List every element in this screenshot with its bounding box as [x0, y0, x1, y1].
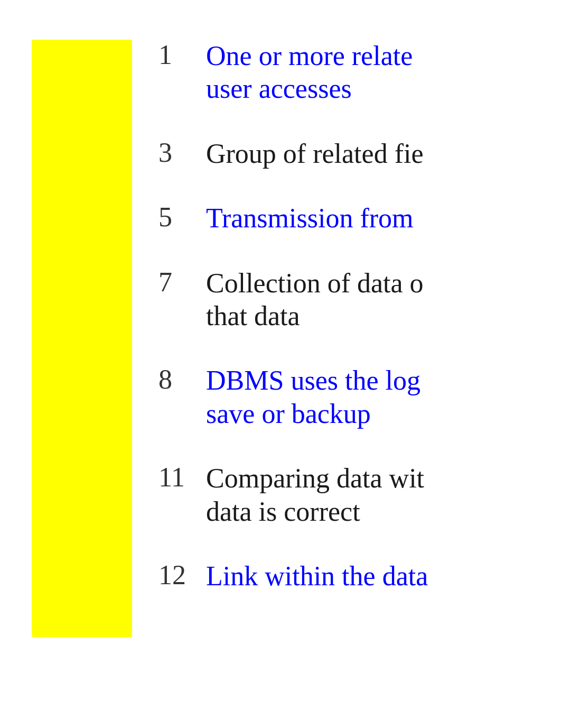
- item-number: 7: [158, 267, 206, 297]
- list-item: 12Link within the data: [158, 560, 539, 593]
- item-text: One or more relateuser accesses: [206, 40, 413, 106]
- item-number: 12: [158, 560, 206, 590]
- item-text: Transmission from: [206, 202, 413, 235]
- list-item: 8DBMS uses the logsave or backup: [158, 364, 539, 430]
- list-item: 3Group of related fie: [158, 137, 539, 170]
- list-item: 5Transmission from: [158, 202, 539, 235]
- item-text: DBMS uses the logsave or backup: [206, 364, 420, 430]
- item-number: 1: [158, 40, 206, 70]
- item-text: Comparing data witdata is correct: [206, 462, 424, 528]
- list-item: 11Comparing data witdata is correct: [158, 462, 539, 528]
- item-text: Collection of data othat data: [206, 267, 424, 333]
- item-number: 11: [158, 462, 206, 492]
- item-text: Link within the data: [206, 560, 428, 593]
- list-item: 1One or more relateuser accesses: [158, 40, 539, 106]
- item-text: Group of related fie: [206, 137, 423, 170]
- list-item: 7Collection of data othat data: [158, 267, 539, 333]
- content-list: 1One or more relateuser accesses3Group o…: [158, 40, 539, 624]
- item-number: 5: [158, 202, 206, 232]
- item-number: 3: [158, 137, 206, 168]
- item-number: 8: [158, 364, 206, 394]
- yellow-sidebar-bar: [32, 40, 132, 637]
